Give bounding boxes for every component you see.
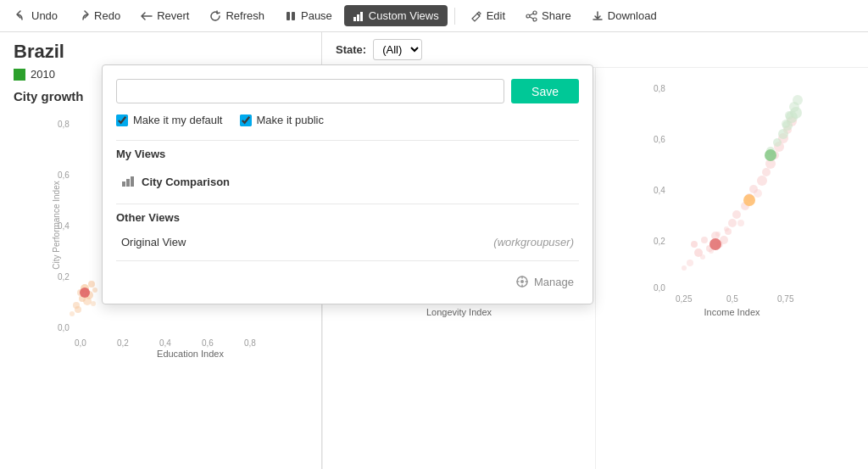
other-views-section: Other Views Original View (workgroupuser… (116, 211, 579, 254)
svg-text:0,8: 0,8 (244, 338, 256, 348)
svg-rect-34 (131, 176, 134, 187)
svg-text:0,6: 0,6 (654, 135, 665, 144)
svg-point-67 (701, 237, 708, 243)
svg-text:0,8: 0,8 (58, 120, 70, 129)
svg-text:0,6: 0,6 (202, 338, 214, 348)
year-color-box (14, 69, 25, 81)
svg-point-95 (785, 111, 793, 120)
svg-point-28 (70, 311, 75, 316)
longevity-index-label: Longevity Index (426, 304, 492, 317)
svg-text:0,4: 0,4 (654, 186, 665, 195)
cv-divider-2 (116, 204, 579, 204)
svg-point-89 (773, 138, 782, 147)
refresh-button[interactable]: Refresh (201, 5, 273, 26)
svg-point-94 (782, 120, 790, 128)
svg-point-7 (533, 18, 537, 21)
make-default-label[interactable]: Make it my default (116, 114, 223, 126)
svg-point-105 (743, 194, 755, 206)
svg-point-74 (732, 210, 741, 219)
svg-point-6 (526, 14, 530, 18)
share-button[interactable]: Share (517, 5, 580, 26)
svg-point-100 (687, 260, 693, 266)
svg-text:0,75: 0,75 (777, 294, 794, 304)
toolbar: Undo Redo Revert Refresh Pause Custom (0, 0, 868, 32)
redo-icon (78, 10, 90, 22)
make-public-label[interactable]: Make it public (240, 114, 324, 126)
original-view-label: Original View (121, 236, 186, 248)
svg-point-103 (715, 232, 721, 237)
svg-rect-32 (122, 181, 125, 187)
svg-line-8 (530, 14, 533, 15)
custom-views-panel: Save Make it my default Make it public M… (102, 64, 593, 304)
svg-point-30 (91, 301, 96, 306)
other-views-header: Other Views (116, 211, 579, 224)
svg-text:0,0: 0,0 (58, 323, 70, 332)
svg-point-79 (754, 189, 762, 198)
svg-line-9 (530, 17, 533, 19)
edit-button[interactable]: Edit (462, 5, 514, 26)
cv-save-button[interactable]: Save (511, 79, 579, 103)
svg-text:0,0: 0,0 (654, 283, 665, 293)
workgroup-label: (workgroupuser) (493, 236, 574, 248)
income-scatter-chart: 0,8 0,6 0,4 0,2 0,0 0,25 0,5 0,75 (652, 75, 813, 304)
state-select[interactable]: (All) (373, 39, 422, 60)
redo-button[interactable]: Redo (70, 5, 129, 26)
svg-point-106 (709, 238, 721, 250)
cv-divider-1 (116, 140, 579, 141)
svg-point-31 (80, 288, 90, 298)
custom-views-icon (353, 10, 364, 22)
city-comparison-item[interactable]: City Comparison (116, 167, 579, 197)
edit-icon (470, 10, 482, 22)
svg-rect-4 (360, 12, 363, 21)
pause-button[interactable]: Pause (276, 5, 341, 26)
main-content: Brazil 2010 City growth City Performance… (0, 32, 868, 469)
svg-point-98 (700, 254, 705, 260)
svg-text:0,6: 0,6 (58, 170, 70, 180)
svg-text:0,8: 0,8 (654, 84, 665, 93)
svg-rect-33 (126, 179, 130, 187)
svg-point-104 (765, 149, 776, 161)
toolbar-divider (454, 8, 455, 25)
svg-point-65 (691, 241, 698, 248)
year-label: 2010 (31, 68, 55, 81)
svg-point-102 (724, 226, 729, 232)
undo-button[interactable]: Undo (7, 5, 66, 26)
download-icon (592, 10, 604, 22)
svg-point-73 (728, 219, 737, 227)
svg-rect-0 (287, 12, 290, 20)
make-default-checkbox[interactable] (116, 114, 128, 126)
y-axis-label: City Performance Index (52, 181, 61, 270)
manage-icon (515, 275, 529, 288)
revert-button[interactable]: Revert (132, 5, 198, 26)
svg-text:0,5: 0,5 (726, 294, 738, 304)
cv-divider-3 (116, 260, 579, 261)
chart-bar-icon (121, 174, 135, 190)
refresh-icon (209, 10, 221, 22)
svg-point-97 (793, 95, 803, 105)
svg-point-101 (682, 265, 687, 271)
svg-text:0,2: 0,2 (58, 272, 70, 282)
svg-point-26 (83, 297, 92, 305)
make-public-checkbox[interactable] (240, 114, 252, 126)
pause-icon (285, 10, 297, 22)
original-view-row: Original View (workgroupuser) (116, 231, 579, 254)
svg-point-75 (737, 220, 744, 226)
svg-point-36 (520, 280, 524, 283)
custom-views-button[interactable]: Custom Views (344, 5, 448, 26)
svg-text:0,25: 0,25 (676, 294, 693, 304)
share-icon (526, 10, 537, 22)
svg-text:0,2: 0,2 (654, 237, 665, 246)
svg-point-81 (762, 168, 771, 176)
revert-icon (141, 10, 153, 22)
manage-label: Manage (534, 276, 574, 288)
manage-row[interactable]: Manage (116, 268, 579, 290)
svg-point-21 (88, 281, 95, 288)
svg-rect-2 (353, 17, 356, 21)
svg-text:0,2: 0,2 (117, 338, 129, 348)
download-button[interactable]: Download (583, 5, 665, 26)
svg-point-29 (75, 306, 81, 313)
income-index-label: Income Index (704, 304, 760, 317)
state-filter-label: State: (336, 43, 366, 56)
cv-name-input[interactable] (116, 79, 504, 103)
my-views-header: My Views (116, 148, 579, 160)
